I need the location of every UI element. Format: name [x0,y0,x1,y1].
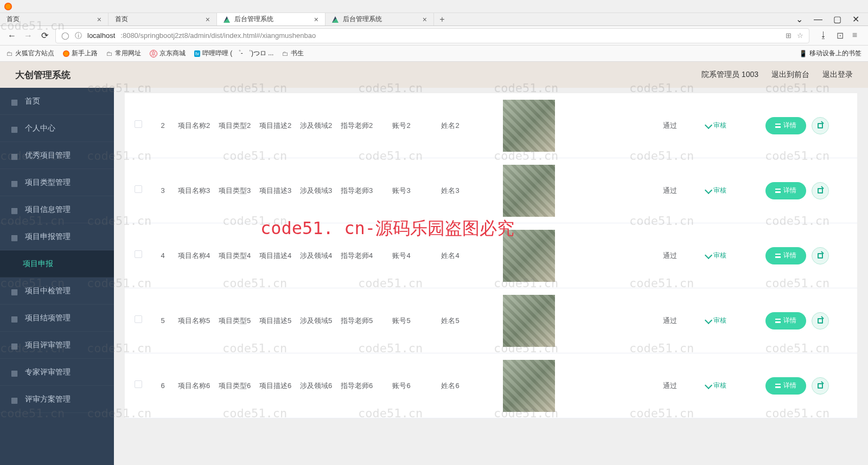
project-name: 项目名称6 [174,376,214,396]
status-label: 通过 [648,181,692,201]
shield-icon: ◯ [61,31,69,40]
logout-front-link[interactable]: 退出到前台 [771,70,809,80]
forward-button[interactable]: → [23,31,34,41]
header-user[interactable]: 院系管理员 1003 [701,70,758,80]
firefox-logo-icon [4,3,12,10]
audit-link[interactable]: 审核 [706,380,726,390]
app-header: 大创管理系统 院系管理员 1003 退出到前台 退出登录 [0,62,868,88]
user-icon: ▦ [11,125,18,132]
sidebar-item[interactable]: ▦项目类型管理 [0,169,114,196]
project-image [503,100,555,152]
row-checkbox[interactable] [135,250,142,258]
folder-icon: 🗀 [7,50,13,57]
close-icon[interactable]: × [314,15,318,24]
tab-title: 首页 [7,15,20,24]
pen-icon [705,317,712,324]
data-table: 2项目名称2项目类型2项目描述2涉及领域2指导老师2账号2姓名2通过审核详情3项… [125,93,857,418]
row-index: 6 [152,376,174,396]
detail-button[interactable]: 详情 [765,117,806,134]
list-icon: ▦ [11,152,18,159]
sidebar-item[interactable]: 项目申报 [0,250,114,277]
sidebar-item[interactable]: ▦评审方案管理 [0,386,114,413]
sidebar-item[interactable]: ▦项目中检管理 [0,277,114,305]
qr-icon[interactable]: ⊞ [786,31,792,40]
browser-tab[interactable]: 后台管理系统 × [326,13,434,25]
new-tab-button[interactable]: + [434,13,450,25]
row-checkbox[interactable] [135,380,142,388]
edit-button[interactable] [812,182,829,199]
row-checkbox[interactable] [135,185,142,193]
sidebar-item[interactable]: ▦个人中心 [0,115,114,142]
sidebar: ▦首页▦个人中心▦优秀项目管理▦项目类型管理▦项目信息管理▦项目申报管理项目申报… [0,88,114,465]
logout-link[interactable]: 退出登录 [822,70,853,80]
audit-link[interactable]: 审核 [706,315,726,325]
extensions-icon[interactable]: ⊡ [837,30,844,41]
browser-tabs: 首页 × 首页 × 后台管理系统 × 后台管理系统 × + ⌄ — ▢ ✕ [0,13,868,26]
list-icon [775,319,781,323]
row-checkbox[interactable] [135,120,142,128]
bookmark-item[interactable]: 🗀书生 [282,49,304,58]
project-image [503,295,555,347]
close-icon[interactable]: × [206,15,210,24]
edit-button[interactable] [812,377,829,395]
lock-icon: ⓘ [75,31,82,41]
table-row: 3项目名称3项目类型3项目描述3涉及领域3指导老师3账号3姓名3通过审核详情 [125,158,857,223]
bookmark-mobile[interactable]: 📱移动设备上的书签 [799,49,861,58]
bookmark-item[interactable]: 新手上路 [63,49,98,58]
bookmark-item[interactable]: 🗀常用网址 [106,49,141,58]
close-icon[interactable]: × [97,15,101,24]
sidebar-item[interactable]: ▦项目申报管理 [0,223,114,250]
sidebar-item[interactable]: ▦项目信息管理 [0,196,114,223]
chevron-down-icon[interactable]: ⌄ [796,14,803,24]
back-button[interactable]: ← [7,31,17,41]
download-icon[interactable]: ⭳ [819,30,828,41]
bookmark-item[interactable]: 🗀火狐官方站点 [7,49,54,58]
sidebar-item[interactable]: ▦优秀项目管理 [0,142,114,169]
detail-button[interactable]: 详情 [765,312,806,330]
url-path: :8080/springbootj2zt8/admin/dist/index.h… [120,31,316,40]
project-field: 涉及领域4 [296,246,336,266]
project-image [503,165,555,217]
project-teacher: 指导老师4 [336,246,377,266]
close-icon[interactable]: × [423,15,427,24]
project-image [503,360,555,412]
edit-button[interactable] [812,247,829,264]
detail-button[interactable]: 详情 [765,377,806,395]
project-name: 项目名称5 [174,311,214,331]
edit-button[interactable] [812,117,829,134]
folder-icon: 🗀 [282,50,289,57]
firefox-icon [63,50,69,57]
list-icon [775,384,781,388]
row-checkbox[interactable] [135,315,142,323]
reload-button[interactable]: ⟳ [39,30,50,41]
project-image [503,230,555,282]
audit-link[interactable]: 审核 [706,250,726,260]
close-window-icon[interactable]: ✕ [852,14,859,24]
list-icon [775,189,781,193]
sidebar-item[interactable]: ▦项目结项管理 [0,305,114,332]
maximize-icon[interactable]: ▢ [833,14,841,24]
menu-icon[interactable]: ≡ [852,30,857,41]
url-input[interactable]: ◯ ⓘ localhost:8080/springbootj2zt8/admin… [55,28,809,43]
detail-button[interactable]: 详情 [765,247,806,264]
edit-icon [818,318,823,324]
app-container: 大创管理系统 院系管理员 1003 退出到前台 退出登录 ▦首页▦个人中心▦优秀… [0,62,868,465]
sidebar-item[interactable]: ▦项目评审管理 [0,332,114,359]
audit-link[interactable]: 审核 [706,120,726,130]
bookmark-item[interactable]: 京京东商城 [150,49,186,58]
browser-tab[interactable]: 首页 × [0,13,108,25]
project-account: 账号6 [377,376,426,396]
project-desc: 项目描述3 [255,181,296,201]
detail-button[interactable]: 详情 [765,182,806,199]
edit-button[interactable] [812,312,829,330]
sidebar-item-label: 首页 [25,96,40,106]
browser-tab-active[interactable]: 后台管理系统 × [217,13,326,25]
bookmark-star-icon[interactable]: ☆ [797,31,803,40]
bookmark-item[interactable]: tv哔哩哔哩 ( ゜- ゜)つロ ... [194,49,273,58]
browser-tab[interactable]: 首页 × [108,13,217,25]
sidebar-item[interactable]: ▦专家评审管理 [0,359,114,386]
sidebar-item[interactable]: ▦首页 [0,88,114,115]
minimize-icon[interactable]: — [814,15,822,24]
audit-link[interactable]: 审核 [706,185,726,195]
pen-icon [705,382,712,389]
